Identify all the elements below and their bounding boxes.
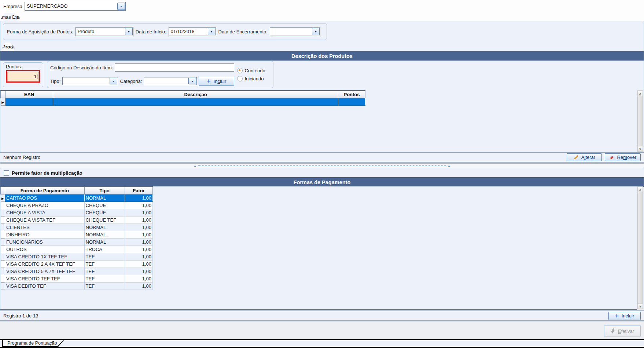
- payment-row[interactable]: CHEQUE A VISTA TEF CHEQUE TEF 1,00: [1, 217, 153, 224]
- cell-fator: 1,00: [125, 261, 152, 268]
- incluir-pagamento-button[interactable]: + Incluir: [608, 312, 641, 320]
- pontos-value: 1: [34, 74, 37, 79]
- alterar-button[interactable]: Alterar: [567, 153, 602, 161]
- incluir-label: Incluir: [622, 313, 634, 319]
- payment-row[interactable]: VISA CREDITO TEF TEF TEF 1,00: [1, 275, 153, 283]
- cell-forma-pagamento: DINHEIRO: [5, 231, 85, 239]
- scrollbar-thumb[interactable]: [637, 96, 643, 146]
- codigo-descricao-input[interactable]: [115, 63, 234, 72]
- efetivar-label: Efetivar: [618, 328, 634, 334]
- forma-aquisicao-combobox[interactable]: Produto ▼: [76, 27, 133, 36]
- forma-aquisicao-label: Forma de Aquisição de Pontos:: [7, 29, 73, 34]
- cell-fator: 1,00: [125, 275, 152, 283]
- empresa-row: Empresa SUPERMERCADO ▼: [0, 0, 644, 12]
- payment-row[interactable]: CHEQUE A PRAZO CHEQUE 1,00: [1, 202, 153, 209]
- cell-fator: 1,00: [125, 224, 152, 231]
- pencil-icon: [573, 155, 578, 160]
- cell-pontos: [338, 98, 365, 106]
- produtos-status-text: Nenhum Registro: [3, 154, 40, 160]
- cell-tipo: NORMAL: [84, 239, 125, 246]
- data-encerramento-value[interactable]: [270, 28, 312, 36]
- scroll-down-icon[interactable]: ∨: [637, 146, 643, 152]
- data-encerramento-dropdown-button[interactable]: ▼: [312, 28, 320, 35]
- categoria-label: Categoria:: [120, 79, 142, 84]
- produtos-scrollbar[interactable]: ∧ ∨: [637, 90, 643, 152]
- empresa-dropdown-button[interactable]: ▼: [117, 3, 125, 10]
- radio-iniciando[interactable]: Iniciando: [237, 76, 270, 81]
- scrollbar-thumb[interactable]: [637, 192, 643, 303]
- cell-fator: 1,00: [125, 217, 152, 224]
- payment-row[interactable]: VISA DEBITO TEF TEF 1,00: [1, 283, 153, 290]
- cell-tipo: CHEQUE TEF: [84, 217, 125, 224]
- produtos-band-title: Descrição dos Produtos: [291, 53, 353, 59]
- categoria-value[interactable]: [144, 77, 188, 85]
- column-header-tipo[interactable]: Tipo: [84, 187, 125, 195]
- lightning-icon: [611, 328, 615, 334]
- remover-button[interactable]: Remover: [605, 153, 641, 161]
- pontos-input[interactable]: 1: [7, 72, 39, 81]
- radio-contendo[interactable]: Contendo: [237, 68, 270, 73]
- empresa-combobox[interactable]: SUPERMERCADO ▼: [25, 2, 126, 11]
- cell-tipo: CHEQUE: [84, 202, 125, 209]
- cell-tipo: CHEQUE: [84, 209, 125, 217]
- column-header-fator[interactable]: Fator: [125, 187, 152, 195]
- payment-row[interactable]: DINHEIRO NORMAL 1,00: [1, 231, 153, 239]
- cell-ean: [5, 98, 53, 106]
- column-header-pontos[interactable]: Pontos: [338, 91, 365, 98]
- efetivar-button[interactable]: Efetivar: [604, 325, 641, 337]
- cell-forma-pagamento: CARTAO POS: [5, 195, 85, 202]
- horizontal-splitter[interactable]: ▲ ▲: [0, 163, 644, 168]
- cell-forma-pagamento: VISA CREDITO 2 A 4X TEF TEF: [5, 261, 85, 268]
- scroll-up-icon[interactable]: ∧: [637, 187, 643, 192]
- data-inicio-datepicker[interactable]: 01/10/2018 ▼: [169, 27, 216, 36]
- radio-icon: [237, 68, 243, 73]
- dropdown-arrow-icon: ▼: [120, 5, 122, 8]
- cell-fator: 1,00: [125, 209, 152, 217]
- cell-forma-pagamento: OUTROS: [5, 246, 85, 253]
- cell-forma-pagamento: VISA CREDITO 5 A 7X TEF TEF: [5, 268, 85, 275]
- empresa-value[interactable]: SUPERMERCADO: [25, 2, 117, 10]
- tipo-combobox[interactable]: ▼: [62, 77, 118, 85]
- payment-row[interactable]: ▶ CARTAO POS NORMAL 1,00: [1, 195, 153, 202]
- bottom-tab-programa-pontuacao[interactable]: Programa de Pontuação: [2, 340, 64, 347]
- payment-row[interactable]: VISA CREDITO 5 A 7X TEF TEF TEF 1,00: [1, 268, 153, 275]
- tipo-value[interactable]: [63, 77, 109, 85]
- categoria-dropdown-button[interactable]: ▼: [188, 78, 196, 84]
- pontos-highlight-border: 1: [6, 70, 40, 83]
- tipo-dropdown-button[interactable]: ▼: [110, 78, 117, 84]
- cell-descricao: [53, 98, 338, 106]
- column-header-ean[interactable]: EAN: [5, 91, 53, 98]
- data-encerramento-datepicker[interactable]: ▼: [270, 27, 320, 36]
- cell-forma-pagamento: VISA CREDITO 1X TEF TEF: [5, 253, 85, 261]
- forma-dropdown-button[interactable]: ▼: [125, 28, 133, 35]
- scroll-up-icon[interactable]: ∧: [637, 91, 643, 96]
- column-header-descricao[interactable]: Descrição: [53, 91, 338, 98]
- cell-forma-pagamento: CHEQUE A VISTA: [5, 209, 85, 217]
- pagamentos-band-title: Formas de Pagamento: [294, 179, 351, 185]
- payment-row[interactable]: OUTROS TROCA 1,00: [1, 246, 153, 253]
- cell-fator: 1,00: [125, 239, 152, 246]
- produtos-selected-row[interactable]: ▶: [1, 98, 365, 106]
- categoria-combobox[interactable]: ▼: [144, 77, 197, 85]
- pagamentos-scrollbar[interactable]: ∧ ∨: [637, 186, 643, 309]
- pagamentos-statusbar: Registro 1 de 13 + Incluir: [0, 310, 644, 321]
- data-inicio-dropdown-button[interactable]: ▼: [208, 28, 216, 35]
- scroll-down-icon[interactable]: ∨: [637, 303, 643, 309]
- produtos-grid: EAN Descrição Pontos ▶: [0, 90, 637, 152]
- dropdown-arrow-icon: ▼: [314, 30, 317, 33]
- payment-row[interactable]: FUNCIONÁRIOS NORMAL 1,00: [1, 239, 153, 246]
- pagamentos-grid: Forma de Pagamento Tipo Fator ▶ CARTAO P…: [0, 186, 637, 310]
- multiplicacao-checkbox[interactable]: [4, 170, 9, 176]
- bottom-tab-label: Programa de Pontuação: [7, 341, 57, 346]
- cell-forma-pagamento: VISA CREDITO TEF TEF: [5, 275, 85, 283]
- cell-fator: 1,00: [125, 253, 152, 261]
- payment-row[interactable]: VISA CREDITO 1X TEF TEF TEF 1,00: [1, 253, 153, 261]
- payment-row[interactable]: CLIENTES NORMAL 1,00: [1, 224, 153, 231]
- data-inicio-value[interactable]: 01/10/2018: [169, 28, 207, 36]
- alterar-label: Alterar: [581, 154, 595, 160]
- incluir-produto-button[interactable]: + Incluir: [199, 77, 234, 86]
- forma-aquisicao-value[interactable]: Produto: [76, 28, 125, 36]
- payment-row[interactable]: VISA CREDITO 2 A 4X TEF TEF TEF 1,00: [1, 261, 153, 268]
- column-header-forma[interactable]: Forma de Pagamento: [5, 187, 85, 195]
- payment-row[interactable]: CHEQUE A VISTA CHEQUE 1,00: [1, 209, 153, 217]
